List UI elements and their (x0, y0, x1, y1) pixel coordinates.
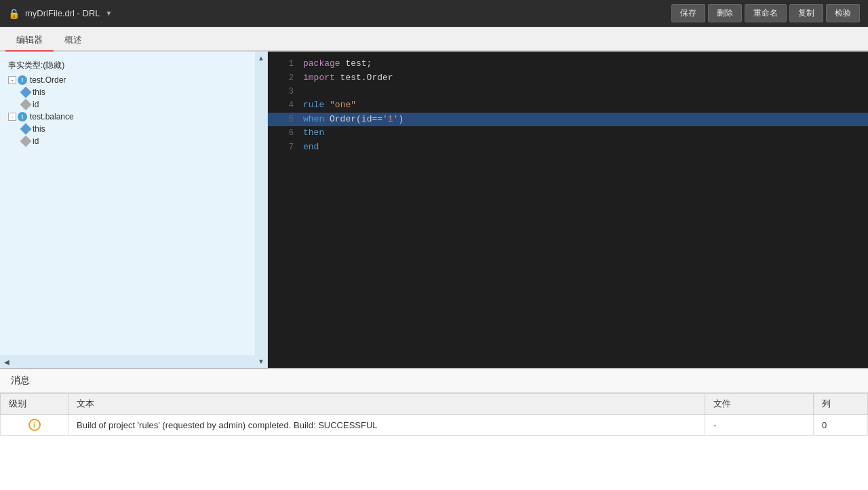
tab-overview[interactable]: 概述 (54, 30, 93, 52)
tree-item-balance-id[interactable]: id (3, 135, 264, 147)
tabs-bar: 编辑器 概述 (0, 27, 868, 52)
lock-icon: 🔒 (8, 8, 20, 19)
messages-table: 级别 文本 文件 列 iBuild of project 'rules' (re… (0, 393, 868, 490)
code-line-6: 6then (268, 126, 868, 140)
validate-button[interactable]: 检验 (826, 4, 860, 22)
code-line-3: 3 (268, 86, 868, 98)
scroll-down-arrow[interactable]: ▼ (255, 355, 267, 368)
title-dropdown-arrow[interactable]: ▼ (106, 10, 113, 17)
code-line-4: 4rule "one" (268, 98, 868, 113)
tree-item-order-id[interactable]: id (3, 98, 264, 111)
code-content-1: package test; (303, 57, 372, 71)
code-line-1: 1package test; (268, 57, 868, 71)
tree-item-order-this[interactable]: this (3, 86, 264, 98)
horizontal-scrollbar[interactable]: ◀ ▶ (0, 356, 267, 368)
code-line-5: 5when Order(id=='1') (268, 113, 868, 127)
fact-icon-balance: ! (18, 112, 27, 121)
delete-button[interactable]: 删除 (708, 4, 742, 22)
field-icon-balance-id (20, 136, 32, 147)
file-title: myDrlFile.drl - DRL (25, 8, 100, 18)
table-row: iBuild of project 'rules' (requested by … (1, 415, 868, 436)
col-header-file: 文件 (705, 394, 814, 415)
title-buttons: 保存 删除 重命名 复制 检验 (671, 4, 860, 22)
line-number-6: 6 (273, 127, 294, 140)
save-button[interactable]: 保存 (671, 4, 705, 22)
left-panel: ▲ ▼ 事实类型:(隐藏) - ! test.Order this id - (0, 52, 268, 368)
cell-file: - (705, 415, 814, 436)
field-icon-order-id (20, 99, 32, 111)
line-number-7: 7 (273, 141, 294, 154)
field-icon-order-this (20, 87, 32, 98)
tree-label-balance-this: this (33, 124, 45, 134)
col-header-level: 级别 (1, 394, 68, 415)
expand-test-order[interactable]: - (8, 76, 16, 84)
rename-button[interactable]: 重命名 (745, 4, 787, 22)
tree-item-balance-this[interactable]: this (3, 123, 264, 135)
tree-label-test-order: test.Order (30, 75, 66, 85)
messages-area: 消息 级别 文本 文件 列 iBuild of project 'rules' … (0, 368, 868, 490)
editor-panel[interactable]: 1package test;2import test.Order34rule "… (268, 52, 868, 368)
vertical-scrollbar[interactable]: ▲ ▼ (255, 52, 267, 368)
code-line-2: 2import test.Order (268, 71, 868, 86)
line-number-2: 2 (273, 72, 294, 85)
line-number-1: 1 (273, 58, 294, 71)
tree-label-order-this: this (33, 88, 45, 97)
tree-label-order-id: id (33, 100, 39, 109)
tab-editor[interactable]: 编辑器 (5, 30, 54, 52)
title-left: 🔒 myDrlFile.drl - DRL ▼ (8, 8, 112, 19)
main-content: ▲ ▼ 事实类型:(隐藏) - ! test.Order this id - (0, 52, 868, 368)
field-icon-balance-this (20, 124, 32, 135)
col-header-line: 列 (814, 394, 868, 415)
cell-text: Build of project 'rules' (requested by a… (68, 415, 705, 436)
fact-icon-order: ! (18, 75, 27, 85)
tree-panel-inner: 事实类型:(隐藏) - ! test.Order this id - ! tes… (0, 52, 267, 356)
code-content-6: then (303, 126, 324, 140)
col-header-text: 文本 (68, 394, 705, 415)
title-bar: 🔒 myDrlFile.drl - DRL ▼ 保存 删除 重命名 复制 检验 (0, 0, 868, 27)
tree-item-test-balance[interactable]: - ! test.balance (3, 111, 264, 123)
copy-button[interactable]: 复制 (789, 4, 823, 22)
tree-label-test-balance: test.balance (30, 112, 74, 121)
scroll-left-btn[interactable]: ◀ (0, 356, 14, 368)
expand-test-balance[interactable]: - (8, 113, 16, 121)
messages-header: 消息 (0, 369, 868, 393)
code-content-5: when Order(id=='1') (303, 113, 403, 127)
info-icon: i (28, 419, 41, 431)
tree-label-balance-id: id (33, 136, 39, 146)
line-number-3: 3 (273, 86, 294, 98)
code-content-2: import test.Order (303, 71, 393, 86)
cell-level: i (1, 415, 68, 436)
fact-types-label: 事实类型:(隐藏) (3, 57, 264, 74)
scroll-up-arrow[interactable]: ▲ (255, 52, 267, 64)
tree-item-test-order[interactable]: - ! test.Order (3, 74, 264, 86)
line-number-5: 5 (273, 113, 294, 126)
code-line-7: 7end (268, 140, 868, 155)
line-number-4: 4 (273, 99, 294, 112)
cell-line: 0 (814, 415, 868, 436)
code-content-7: end (303, 140, 319, 155)
code-content-4: rule "one" (303, 98, 356, 113)
